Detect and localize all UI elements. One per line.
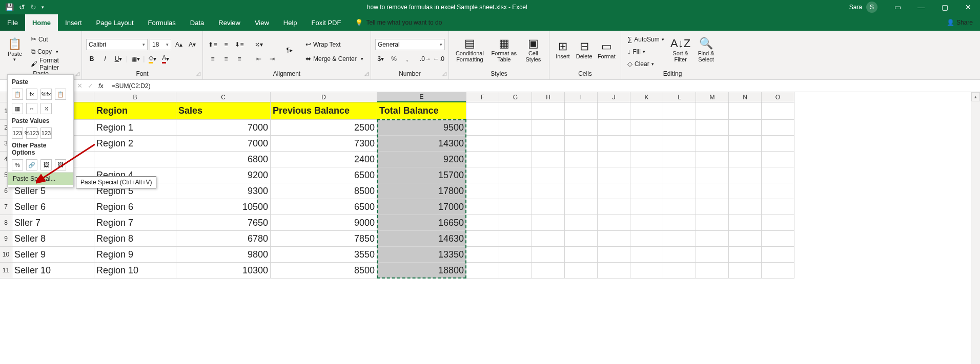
cell[interactable] <box>598 152 630 167</box>
cell[interactable]: 7000 <box>176 136 271 152</box>
cell[interactable] <box>729 247 762 263</box>
tab-page-layout[interactable]: Page Layout <box>89 14 141 31</box>
cell[interactable] <box>762 215 794 231</box>
cell[interactable]: 6500 <box>271 167 377 183</box>
paste-formulas-icon[interactable]: fx <box>26 89 37 100</box>
cell[interactable] <box>598 102 630 120</box>
cell[interactable]: Region 7 <box>94 215 176 231</box>
paste-values-source-icon[interactable]: 123 <box>40 127 52 139</box>
formula-input[interactable]: =SUM(C2:D2) <box>108 82 980 90</box>
font-color-button[interactable]: A▾ <box>160 53 171 65</box>
paste-formulas-number-icon[interactable]: %fx <box>40 89 52 100</box>
cell[interactable] <box>630 263 663 279</box>
cell[interactable] <box>466 136 499 152</box>
cell[interactable]: Region 9 <box>94 247 176 263</box>
cell[interactable]: 15700 <box>377 167 466 183</box>
cell[interactable] <box>762 263 794 279</box>
cell[interactable]: Sller 7 <box>12 215 94 231</box>
cell[interactable] <box>729 199 762 215</box>
cell[interactable] <box>499 136 532 152</box>
cell[interactable] <box>696 215 729 231</box>
cell[interactable] <box>598 247 630 263</box>
cell[interactable]: Seller 9 <box>12 247 94 263</box>
column-header-N[interactable]: N <box>729 92 762 102</box>
cell[interactable]: 17000 <box>377 199 466 215</box>
cell[interactable] <box>94 152 176 167</box>
cell[interactable] <box>663 167 696 183</box>
cell[interactable] <box>598 199 630 215</box>
percent-button[interactable]: % <box>389 53 400 65</box>
cell[interactable] <box>565 183 598 199</box>
cell[interactable] <box>565 231 598 247</box>
enter-icon[interactable]: ✓ <box>88 82 93 90</box>
increase-indent-button[interactable]: ⇥ <box>267 53 278 65</box>
cancel-icon[interactable]: ✕ <box>77 82 83 90</box>
cell[interactable] <box>466 102 499 120</box>
autosum-button[interactable]: ∑AutoSum▾ <box>625 34 666 45</box>
cell[interactable] <box>532 120 565 136</box>
cell[interactable] <box>466 152 499 167</box>
cell[interactable] <box>532 183 565 199</box>
minimize-button[interactable]: — <box>909 0 933 14</box>
column-header-K[interactable]: K <box>630 92 663 102</box>
wrap-text-button[interactable]: ↩Wrap Text <box>303 39 365 50</box>
undo-icon[interactable]: ↺ <box>19 3 25 11</box>
copy-button[interactable]: ⧉Copy▾ <box>29 46 77 57</box>
cell[interactable] <box>466 231 499 247</box>
decrease-decimal-button[interactable]: ←.0 <box>433 53 444 65</box>
cell[interactable] <box>663 183 696 199</box>
format-as-table-button[interactable]: ▦Format as Table <box>489 33 519 67</box>
decrease-indent-button[interactable]: ⇤ <box>253 53 264 65</box>
cell[interactable] <box>532 231 565 247</box>
vertical-scrollbar[interactable]: ▴ <box>971 92 980 364</box>
cell[interactable] <box>762 102 794 120</box>
cell[interactable] <box>630 102 663 120</box>
dialog-launcher-icon[interactable]: ◿ <box>364 70 369 77</box>
cell[interactable] <box>729 152 762 167</box>
cell[interactable] <box>729 263 762 279</box>
cell[interactable]: 8500 <box>271 263 377 279</box>
paste-keep-widths-icon[interactable]: ↔ <box>26 103 37 114</box>
cell[interactable] <box>630 152 663 167</box>
cell[interactable] <box>466 120 499 136</box>
cell[interactable] <box>762 136 794 152</box>
cell[interactable] <box>499 263 532 279</box>
align-top-button[interactable]: ⬆≡ <box>207 39 218 50</box>
cell[interactable] <box>598 136 630 152</box>
user-avatar[interactable]: S <box>866 2 877 13</box>
cell[interactable] <box>663 120 696 136</box>
cell[interactable] <box>532 247 565 263</box>
cell[interactable] <box>762 167 794 183</box>
cell[interactable] <box>499 231 532 247</box>
align-left-button[interactable]: ≡ <box>207 53 218 65</box>
align-bottom-button[interactable]: ⬇≡ <box>234 39 245 50</box>
cell[interactable] <box>696 247 729 263</box>
cell[interactable] <box>630 167 663 183</box>
cut-button[interactable]: ✂Cut <box>29 34 77 45</box>
tab-file[interactable]: File <box>0 14 25 31</box>
font-size-dropdown[interactable]: 18▾ <box>150 39 171 50</box>
maximize-button[interactable]: ▢ <box>933 0 956 14</box>
cell[interactable] <box>565 263 598 279</box>
cell[interactable] <box>630 120 663 136</box>
paste-keep-source-icon[interactable]: 📋 <box>55 89 66 100</box>
cell[interactable] <box>729 231 762 247</box>
merge-center-button[interactable]: ⬌Merge & Center▾ <box>303 53 365 65</box>
cell[interactable]: 18800 <box>377 263 466 279</box>
format-cells-button[interactable]: ▭Format <box>597 33 617 67</box>
column-header-E[interactable]: E <box>377 92 466 102</box>
accounting-format-button[interactable]: $▾ <box>375 53 386 65</box>
cell[interactable] <box>598 120 630 136</box>
close-button[interactable]: ✕ <box>956 0 980 14</box>
cell[interactable]: 9800 <box>176 247 271 263</box>
cell[interactable]: 7000 <box>176 120 271 136</box>
column-header-I[interactable]: I <box>565 92 598 102</box>
cell[interactable] <box>663 199 696 215</box>
cell[interactable] <box>762 152 794 167</box>
sort-filter-button[interactable]: A↓ZSort & Filter <box>669 33 692 67</box>
align-right-button[interactable]: ≡ <box>234 53 245 65</box>
dialog-launcher-icon[interactable]: ◿ <box>75 70 79 77</box>
tab-formulas[interactable]: Formulas <box>141 14 183 31</box>
cell[interactable] <box>565 136 598 152</box>
cell[interactable] <box>532 102 565 120</box>
